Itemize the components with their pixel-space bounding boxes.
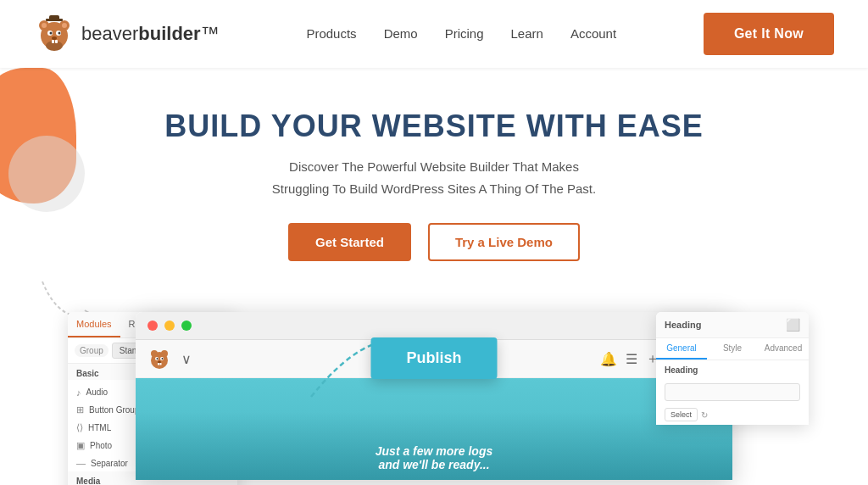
nav-link-pricing[interactable]: Pricing: [445, 26, 484, 41]
tab-advanced[interactable]: Advanced: [758, 338, 809, 360]
bell-icon[interactable]: 🔔: [600, 351, 617, 367]
heading-panel: Heading ⬜ General Style Advanced Heading…: [656, 312, 809, 425]
audio-icon: ♪: [76, 387, 81, 398]
hero-buttons: Get Started Try a Live Demo: [34, 223, 834, 261]
svg-rect-12: [55, 40, 58, 43]
select-row: Select ↻: [656, 404, 809, 425]
browser-dot-minimize: [164, 321, 175, 331]
photo-icon: ▣: [76, 440, 85, 451]
nav-link-learn[interactable]: Learn: [511, 26, 543, 41]
navbar: beaverbuilder™ Products Demo Pricing Lea…: [0, 0, 868, 68]
svg-point-21: [162, 358, 164, 360]
svg-point-8: [50, 32, 53, 35]
nav-link-demo[interactable]: Demo: [384, 26, 418, 41]
module-photo-label: Photo: [90, 441, 112, 450]
svg-point-20: [157, 358, 159, 360]
nav-link-products[interactable]: Products: [306, 26, 356, 41]
tab-general[interactable]: General: [656, 338, 707, 360]
panel-right-title: Heading: [665, 320, 701, 330]
hero-heading: BUILD YOUR WEBSITE WITH EASE: [34, 109, 834, 144]
get-it-now-button[interactable]: Get It Now: [704, 13, 834, 55]
logo-text: beaverbuilder™: [81, 23, 220, 45]
chevron-down-icon[interactable]: ∨: [181, 351, 192, 367]
module-html-label: HTML: [88, 423, 111, 432]
logo[interactable]: beaverbuilder™: [34, 14, 220, 54]
svg-point-16: [151, 350, 158, 357]
svg-point-17: [161, 350, 168, 357]
publish-button[interactable]: Publish: [370, 337, 497, 379]
module-audio-label: Audio: [86, 387, 108, 397]
panel-right-close-icon[interactable]: ⬜: [786, 318, 800, 332]
html-icon: ⟨⟩: [76, 422, 83, 433]
live-demo-button[interactable]: Try a Live Demo: [428, 223, 580, 261]
menu-icon[interactable]: ☰: [626, 351, 637, 367]
tab-style[interactable]: Style: [707, 338, 758, 360]
group-label: Group: [75, 344, 108, 357]
toolbar-beaver-icon: [147, 347, 171, 371]
separator-icon: —: [76, 458, 86, 468]
tab-modules[interactable]: Modules: [68, 312, 120, 337]
builder-mockup: Modules Rows Templates Saved Group Stand…: [85, 312, 783, 480]
select-button[interactable]: Select: [665, 408, 698, 421]
svg-rect-11: [52, 40, 54, 43]
svg-rect-14: [49, 15, 59, 21]
nav-links: Products Demo Pricing Learn Account: [306, 26, 616, 42]
svg-rect-24: [160, 363, 162, 365]
browser-content-text: Just a few more logs and we'll be ready.…: [376, 444, 492, 471]
svg-point-9: [58, 32, 61, 35]
heading-field: [656, 380, 809, 404]
refresh-icon[interactable]: ↻: [701, 410, 708, 420]
panel-right-tabs: General Style Advanced: [656, 338, 809, 360]
module-separator-label: Separator: [91, 459, 128, 468]
svg-point-5: [62, 23, 67, 28]
svg-point-4: [42, 23, 47, 28]
module-button-group-label: Button Group: [89, 405, 139, 415]
svg-point-10: [52, 36, 57, 40]
get-started-button[interactable]: Get Started: [288, 223, 411, 261]
hero-section: BUILD YOUR WEBSITE WITH EASE Discover Th…: [0, 68, 868, 278]
panel-right-header: Heading ⬜: [656, 312, 809, 338]
heading-input[interactable]: [665, 383, 800, 401]
button-group-icon: ⊞: [76, 404, 84, 415]
beaver-logo-icon: [34, 14, 75, 54]
hero-subheading: Discover The Powerful Website Builder Th…: [34, 156, 834, 199]
nav-link-account[interactable]: Account: [570, 26, 616, 41]
browser-dot-close: [147, 321, 158, 331]
browser-dot-maximize: [181, 321, 192, 331]
heading-section-label: Heading: [656, 360, 809, 380]
svg-rect-23: [158, 363, 159, 365]
